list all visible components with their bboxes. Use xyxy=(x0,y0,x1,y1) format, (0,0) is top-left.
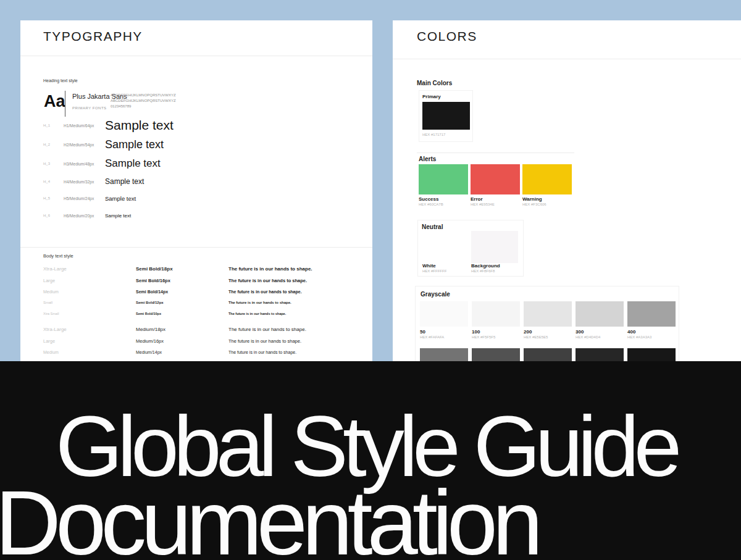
swatch-hex: HEX #F8F6F8 xyxy=(471,269,495,273)
swatch-name: 300 xyxy=(576,329,584,335)
body-style-row: Medium Semi Bold/14px The future is in o… xyxy=(43,288,302,295)
body-style-row: Large Medium/16px The future is in our h… xyxy=(43,337,301,345)
success-swatch xyxy=(419,164,468,194)
body-size-label: Medium xyxy=(43,290,136,294)
heading-sample: Sample text xyxy=(105,118,174,133)
grayscale-swatch-300 xyxy=(576,301,624,327)
swatch-name: 200 xyxy=(524,329,532,335)
alert-color-card: Error HEX #E9534E xyxy=(471,164,520,207)
swatch-hex: HEX #F3C606 xyxy=(522,203,546,206)
font-role-label: PRIMARY FONTS xyxy=(72,106,107,110)
typography-title: TYPOGRAPHY xyxy=(43,29,143,44)
colors-panel: COLORS Main Colors Primary HEX #171717 A… xyxy=(393,20,741,366)
body-spec: Medium/14px xyxy=(136,350,228,354)
swatch-name: Primary xyxy=(422,94,441,99)
heading-style-row: H_4 H4/Medium/32px Sample text xyxy=(43,175,144,188)
swatch-hex: HEX #FAFAFA xyxy=(420,335,444,339)
heading-spec: H6/Medium/20px xyxy=(64,214,105,218)
primary-swatch xyxy=(422,102,470,130)
body-size-label: Large xyxy=(43,338,136,344)
neutral-group-box: Neutral White HEX #FFFFFF Background HEX… xyxy=(417,220,524,277)
font-alphabet: ABCDEFGHIJKLMNOPQRSTUVWXYZ ABCDEFGHIJKLM… xyxy=(111,93,176,109)
body-size-label: Large xyxy=(43,278,136,283)
body-sample: The future is in our hands to shape. xyxy=(228,266,312,272)
heading-sample: Sample text xyxy=(105,195,136,202)
typography-panel: TYPOGRAPHY Heading text style Aa Plus Ja… xyxy=(20,20,372,366)
heading-spec: H5/Medium/24px xyxy=(64,196,105,201)
body-style-row: Medium Medium/14px The future is in our … xyxy=(43,348,296,356)
heading-sample: Sample text xyxy=(105,157,161,170)
heading-token: H_2 xyxy=(43,143,64,146)
body-style-row: Small Semi Bold/12px The future is in ou… xyxy=(43,299,291,306)
body-sample: The future is in our hands to shape. xyxy=(228,278,307,283)
body-size-label: Xtra-Large xyxy=(43,327,136,332)
colors-divider xyxy=(393,59,741,59)
heading-style-row: H_3 H3/Medium/48px Sample text xyxy=(43,156,161,171)
grayscale-swatch-50 xyxy=(420,301,468,327)
swatch-hex: HEX #A3A3A3 xyxy=(627,335,651,339)
alphabet-line: ABCDEFGHIJKLMNOPQRSTUVWXYZ xyxy=(111,98,176,104)
body-style-row: Xtra-Large Medium/18px The future is in … xyxy=(43,325,306,333)
swatch-name: White xyxy=(422,263,436,269)
body-style-row: Large Semi Bold/16px The future is in ou… xyxy=(43,277,307,284)
main-colors-label: Main Colors xyxy=(417,80,452,86)
swatch-hex: HEX #E5E5E5 xyxy=(524,335,548,339)
body-size-label: Small xyxy=(43,301,136,304)
white-swatch xyxy=(422,232,469,262)
swatch-name: Success xyxy=(419,196,438,202)
heading-spec: H1/Medium/64px xyxy=(64,123,105,128)
heading-token: H_1 xyxy=(43,123,64,127)
heading-sample: Sample text xyxy=(105,213,131,219)
heading-sample: Sample text xyxy=(105,138,164,151)
body-spec: Medium/18px xyxy=(136,327,228,332)
heading-section-label: Heading text style xyxy=(43,78,78,83)
background-swatch xyxy=(471,231,518,263)
primary-color-card: Primary HEX #171717 xyxy=(419,90,473,142)
alerts-label: Alerts xyxy=(419,156,436,162)
alert-color-card: Success HEX #60CA7B xyxy=(419,164,468,207)
body-section-divider xyxy=(20,247,372,248)
swatch-hex: HEX #171717 xyxy=(422,133,445,136)
heading-spec: H4/Medium/32px xyxy=(64,180,105,184)
swatch-name: 400 xyxy=(627,329,635,335)
swatch-name: Error xyxy=(471,196,483,202)
body-size-label: Xtra Small xyxy=(43,312,136,316)
typography-divider xyxy=(20,56,372,56)
specimen-divider xyxy=(65,91,65,117)
body-spec: Semi Bold/10px xyxy=(136,312,228,316)
alert-color-card: Warning HEX #F3C606 xyxy=(522,164,572,207)
swatch-name: 100 xyxy=(472,329,480,335)
swatch-hex: HEX #F5F5F5 xyxy=(472,335,495,339)
body-sample: The future is in our hands to shape. xyxy=(228,327,306,332)
heading-spec: H3/Medium/48px xyxy=(64,162,105,166)
body-sample: The future is in our hands to shape. xyxy=(228,301,291,304)
heading-token: H_6 xyxy=(43,214,64,217)
heading-token: H_4 xyxy=(43,180,64,183)
error-swatch xyxy=(471,164,520,194)
warning-swatch xyxy=(522,164,572,194)
heading-style-row: H_6 H6/Medium/20px Sample text xyxy=(43,209,131,222)
alerts-divider xyxy=(417,153,574,153)
swatch-hex: HEX #60CA7B xyxy=(419,203,443,206)
grayscale-swatch-200 xyxy=(524,301,572,327)
body-spec: Medium/16px xyxy=(136,338,228,344)
grayscale-swatch-100 xyxy=(472,301,520,327)
heading-style-row: H_1 H1/Medium/64px Sample text xyxy=(43,118,174,133)
grayscale-label: Grayscale xyxy=(421,291,450,298)
swatch-hex: HEX #FFFFFF xyxy=(422,269,446,273)
neutral-label: Neutral xyxy=(422,224,443,230)
body-section-label: Body text style xyxy=(43,253,73,259)
swatch-name: Warning xyxy=(522,196,542,202)
swatch-name: Background xyxy=(471,263,500,269)
body-sample: The future is in our hands to shape. xyxy=(228,312,286,316)
heading-spec: H2/Medium/54px xyxy=(64,143,105,147)
body-style-row: Xtra-Large Semi Bold/18px The future is … xyxy=(43,265,312,272)
body-spec: Semi Bold/14px xyxy=(136,290,228,294)
swatch-name: 50 xyxy=(420,329,425,335)
grayscale-group-box: Grayscale 50 100 200 300 400 HEX #FAFAFA… xyxy=(415,286,679,366)
heading-style-row: H_2 H2/Medium/54px Sample text xyxy=(43,137,164,152)
heading-token: H_3 xyxy=(43,162,64,165)
grayscale-swatch-400 xyxy=(627,301,676,327)
heading-sample: Sample text xyxy=(105,177,144,186)
body-size-label: Xtra-Large xyxy=(43,266,136,272)
